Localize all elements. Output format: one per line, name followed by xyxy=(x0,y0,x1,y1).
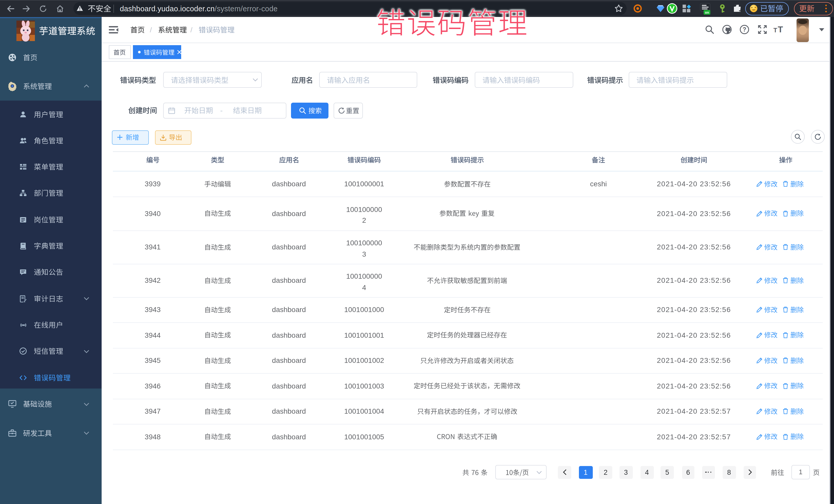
svg-text:?: ? xyxy=(743,26,746,33)
svg-text:T: T xyxy=(773,27,777,34)
svg-text:on: on xyxy=(705,10,709,14)
svg-text:T: T xyxy=(778,25,783,34)
